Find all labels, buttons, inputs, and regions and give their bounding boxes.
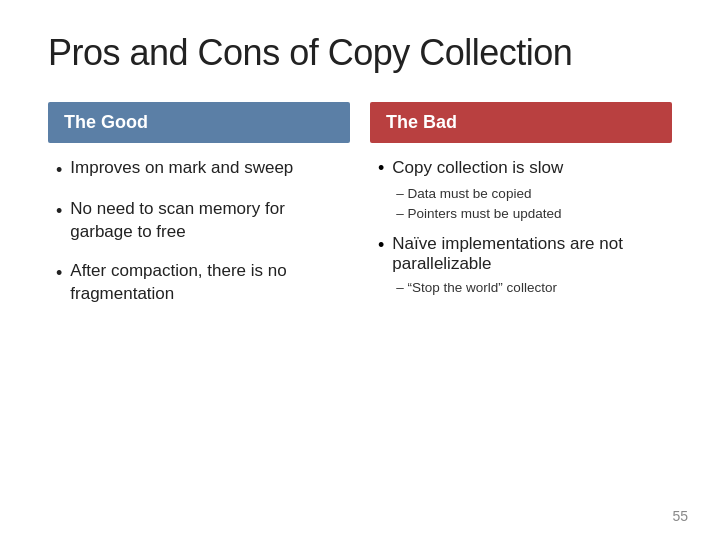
bullet-dot-1: • — [56, 158, 62, 182]
bad-sub-2a: “Stop the world” collector — [396, 278, 664, 298]
slide: Pros and Cons of Copy Collection The Goo… — [0, 0, 720, 540]
good-item-3: • After compaction, there is no fragment… — [56, 260, 342, 306]
page-title: Pros and Cons of Copy Collection — [48, 32, 672, 74]
bad-item-2-text: Naïve implementations are not paralleliz… — [392, 234, 664, 274]
good-column: The Good • Improves on mark and sweep • … — [48, 102, 350, 322]
bad-bullet-dot-1: • — [378, 158, 384, 179]
page-number: 55 — [672, 508, 688, 524]
good-item-3-text: After compaction, there is no fragmentat… — [70, 260, 342, 306]
bad-item-1-text: Copy collection is slow — [392, 157, 563, 180]
bullet-dot-2: • — [56, 199, 62, 223]
good-item-2-text: No need to scan memory for garbage to fr… — [70, 198, 342, 244]
bad-header: The Bad — [370, 102, 672, 143]
bad-column: The Bad • Copy collection is slow Data m… — [370, 102, 672, 322]
bad-bullet-dot-2: • — [378, 235, 384, 256]
good-content: • Improves on mark and sweep • No need t… — [48, 157, 350, 306]
columns-container: The Good • Improves on mark and sweep • … — [48, 102, 672, 322]
bad-item-2: • Naïve implementations are not parallel… — [378, 234, 664, 298]
bad-item-1-content: Copy collection is slow Data must be cop… — [392, 157, 563, 224]
bad-content: • Copy collection is slow Data must be c… — [370, 157, 672, 299]
good-header: The Good — [48, 102, 350, 143]
bad-sub-1a: Data must be copied — [396, 184, 563, 204]
good-item-1-text: Improves on mark and sweep — [70, 157, 293, 180]
good-item-1: • Improves on mark and sweep — [56, 157, 342, 182]
bullet-dot-3: • — [56, 261, 62, 285]
bad-item-2-content: Naïve implementations are not paralleliz… — [392, 234, 664, 298]
good-item-2: • No need to scan memory for garbage to … — [56, 198, 342, 244]
bad-item-1: • Copy collection is slow Data must be c… — [378, 157, 664, 224]
bad-sub-bullets-1: Data must be copied Pointers must be upd… — [396, 184, 563, 225]
bad-sub-1b: Pointers must be updated — [396, 204, 563, 224]
bad-sub-bullets-2: “Stop the world” collector — [396, 278, 664, 298]
